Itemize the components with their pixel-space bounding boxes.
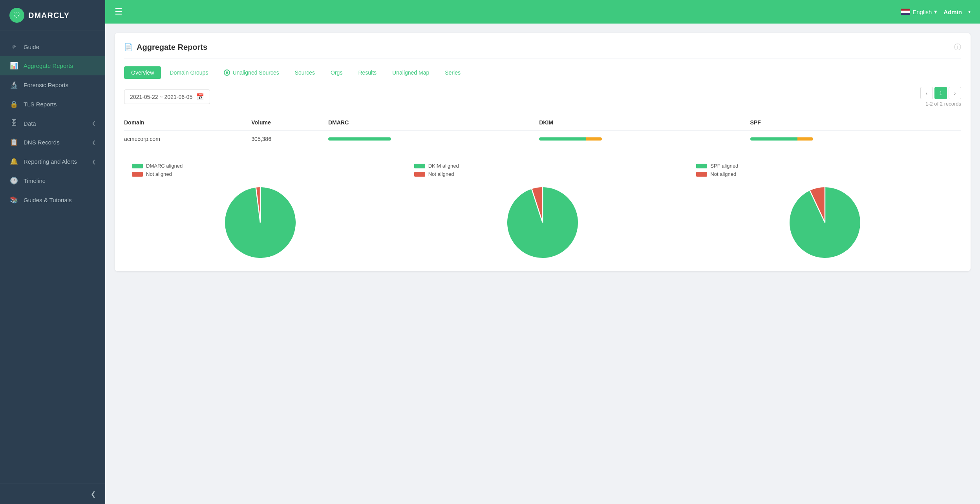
info-icon[interactable]: ⓘ	[954, 42, 961, 52]
col-header-dkim: DKIM	[539, 116, 750, 131]
tab-label-unaligned-map: Unaligned Map	[392, 69, 429, 76]
chart-dkim-chart: DKIM aligned Not aligned	[406, 163, 679, 262]
chart-legend: DKIM aligned Not aligned	[406, 163, 459, 177]
sidebar-item-dns-records[interactable]: 📋 DNS Records ❮	[0, 133, 105, 152]
tab-series[interactable]: Series	[438, 66, 468, 79]
tab-unaligned-sources[interactable]: Unaligned Sources	[217, 66, 286, 79]
sidebar-nav: ⎆ Guide 📊 Aggregate Reports 🔬 Forensic R…	[0, 31, 105, 484]
nav-label-forensic-reports: Forensic Reports	[24, 82, 68, 88]
pie-svg	[221, 183, 300, 262]
nav-label-data: Data	[24, 120, 36, 127]
cell-dmarc	[328, 131, 539, 147]
pagination: ‹ 1 ›	[920, 87, 961, 99]
legend-item-0: DKIM aligned	[414, 163, 459, 169]
pie-chart-dkim-chart	[503, 183, 582, 262]
tab-label-domain-groups: Domain Groups	[170, 69, 208, 76]
sidebar-logo: 🛡 DMARCLY	[0, 0, 105, 31]
nav-label-aggregate-reports: Aggregate Reports	[24, 62, 73, 69]
tab-overview[interactable]: Overview	[124, 66, 161, 79]
sidebar-item-guides-tutorials[interactable]: 📚 Guides & Tutorials	[0, 190, 105, 210]
page-title: Aggregate Reports	[137, 43, 207, 52]
prev-page-button[interactable]: ‹	[920, 87, 933, 99]
dkim-bar	[539, 137, 602, 141]
legend-item-1: Not aligned	[132, 171, 183, 177]
legend-item-0: DMARC aligned	[132, 163, 183, 169]
pie-svg	[786, 183, 864, 262]
sidebar-item-aggregate-reports[interactable]: 📊 Aggregate Reports	[0, 56, 105, 75]
sidebar-item-reporting-alerts[interactable]: 🔔 Reporting and Alerts ❮	[0, 152, 105, 171]
logo-text: DMARCLY	[28, 11, 69, 20]
dmarc-bar	[328, 137, 391, 141]
calendar-icon: 📅	[196, 93, 204, 100]
legend-label-1: Not aligned	[710, 171, 736, 177]
tab-unaligned-map[interactable]: Unaligned Map	[385, 66, 436, 79]
date-range-picker[interactable]: 2021-05-22 ~ 2021-06-05 📅	[124, 89, 210, 104]
nav-chevron-reporting-alerts: ❮	[92, 159, 96, 164]
legend-swatch-1	[414, 172, 425, 177]
col-header-dmarc: DMARC	[328, 116, 539, 131]
sidebar-item-tls-reports[interactable]: 🔒 TLS Reports	[0, 95, 105, 114]
nav-chevron-dns-records: ❮	[92, 140, 96, 145]
lang-chevron-icon: ▾	[934, 8, 937, 15]
page-title-icon: 📄	[124, 43, 133, 51]
legend-swatch-0	[132, 164, 143, 168]
pie-chart-dmarc-chart	[221, 183, 300, 262]
chart-legend: DMARC aligned Not aligned	[124, 163, 183, 177]
sidebar: 🛡 DMARCLY ⎆ Guide 📊 Aggregate Reports 🔬 …	[0, 0, 105, 504]
tab-label-results: Results	[358, 69, 377, 76]
tab-label-orgs: Orgs	[331, 69, 342, 76]
chart-legend: SPF aligned Not aligned	[688, 163, 738, 177]
nav-icon-dns-records: 📋	[9, 138, 18, 146]
main-wrapper: ☰ English ▾ Admin ▾ 📄 Aggregate Reports …	[105, 0, 980, 504]
dkim-bar-green	[539, 137, 586, 141]
content-area: 📄 Aggregate Reports ⓘ OverviewDomain Gro…	[105, 24, 980, 504]
nav-label-tls-reports: TLS Reports	[24, 101, 57, 108]
tab-orgs[interactable]: Orgs	[324, 66, 349, 79]
sidebar-item-timeline[interactable]: 🕐 Timeline	[0, 171, 105, 190]
tab-domain-groups[interactable]: Domain Groups	[163, 66, 215, 79]
legend-label-0: SPF aligned	[710, 163, 738, 169]
legend-swatch-1	[696, 172, 707, 177]
spf-bar-orange	[797, 137, 813, 141]
nav-icon-guides-tutorials: 📚	[9, 196, 18, 204]
sidebar-collapse[interactable]: ❮	[0, 484, 105, 504]
tab-label-overview: Overview	[131, 69, 154, 76]
tab-results[interactable]: Results	[351, 66, 384, 79]
current-page-button[interactable]: 1	[934, 87, 947, 99]
nav-chevron-data: ❮	[92, 121, 96, 126]
sidebar-item-data[interactable]: 🗄 Data ❮	[0, 114, 105, 133]
col-header-spf: SPF	[750, 116, 961, 131]
flag-icon	[901, 9, 910, 15]
page-title-wrap: 📄 Aggregate Reports	[124, 43, 207, 52]
nav-icon-aggregate-reports: 📊	[9, 62, 18, 70]
nav-label-guides-tutorials: Guides & Tutorials	[24, 197, 72, 203]
hamburger-icon[interactable]: ☰	[115, 7, 122, 17]
page-card: 📄 Aggregate Reports ⓘ OverviewDomain Gro…	[115, 33, 971, 271]
nav-icon-guide: ⎆	[9, 43, 18, 51]
legend-item-1: Not aligned	[696, 171, 738, 177]
pagination-wrap: ‹ 1 › 1-2 of 2 records	[920, 87, 961, 107]
logo-icon: 🛡	[9, 8, 24, 23]
tab-sources[interactable]: Sources	[288, 66, 322, 79]
legend-label-1: Not aligned	[428, 171, 454, 177]
nav-icon-tls-reports: 🔒	[9, 100, 18, 108]
next-page-button[interactable]: ›	[949, 87, 961, 99]
sidebar-item-forensic-reports[interactable]: 🔬 Forensic Reports	[0, 75, 105, 95]
col-header-volume: Volume	[251, 116, 328, 131]
nav-label-guide: Guide	[24, 44, 39, 50]
admin-label[interactable]: Admin	[943, 9, 962, 15]
filter-row: 2021-05-22 ~ 2021-06-05 📅 ‹ 1 › 1-2 of 2…	[124, 87, 961, 107]
dmarc-bar-green	[328, 137, 391, 141]
table-header: DomainVolumeDMARCDKIMSPF	[124, 116, 961, 131]
cell-domain: acmecorp.com	[124, 131, 251, 147]
nav-label-timeline: Timeline	[24, 177, 46, 184]
language-selector[interactable]: English ▾	[901, 8, 937, 15]
data-table: DomainVolumeDMARCDKIMSPF acmecorp.com305…	[124, 116, 961, 147]
language-label: English	[912, 9, 932, 15]
chart-dmarc-chart: DMARC aligned Not aligned	[124, 163, 397, 262]
sidebar-item-guide[interactable]: ⎆ Guide	[0, 37, 105, 56]
collapse-icon[interactable]: ❮	[91, 490, 96, 498]
date-range-value: 2021-05-22 ~ 2021-06-05	[130, 94, 192, 100]
cell-spf	[750, 131, 961, 147]
legend-swatch-0	[414, 164, 425, 168]
